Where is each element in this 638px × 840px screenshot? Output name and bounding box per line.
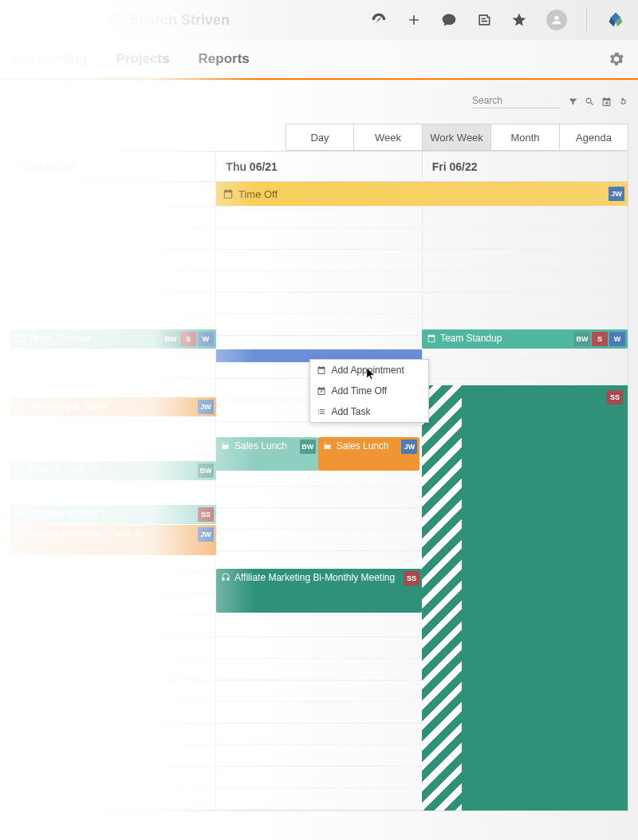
view-work-week[interactable]: Work Week (423, 124, 491, 151)
avatar[interactable] (546, 10, 567, 30)
event-sales-lunch-2[interactable]: Sales Lunch JW (318, 437, 420, 471)
allday-event-timeoff[interactable]: Time Off JW (216, 182, 628, 206)
nav-projects[interactable]: Projects (116, 51, 170, 67)
event-sales-lunch-1[interactable]: Sales Lunch BW (216, 437, 318, 471)
badge-ss: SS (404, 571, 419, 586)
calendar-body[interactable]: Time Off JW Team Standup BWSW Team Stand… (10, 181, 628, 811)
badge-bw: BW (163, 332, 179, 346)
event-block-fri[interactable]: SS (462, 385, 628, 811)
badge-ss: SS (607, 390, 623, 404)
search-icon (108, 13, 123, 27)
topbar: Search Striven (0, 0, 638, 40)
view-tabs: Day Week Work Week Month Agenda (0, 124, 638, 151)
event-clip (10, 377, 10, 400)
calendar-icon (323, 441, 333, 451)
col-header-thu: Thu 06/21 (216, 152, 422, 181)
ctx-label: Add Time Off (331, 385, 387, 396)
cursor-icon (365, 367, 376, 381)
event-brian-joan[interactable]: Brian & Joan 1-1 BW (10, 461, 216, 480)
search-placeholder-text: Search Striven (129, 12, 230, 29)
plus-icon[interactable] (406, 12, 422, 28)
event-stephen-joan[interactable]: Stephen & Joan 1-1 SS (10, 505, 216, 524)
nav-row: Accounting Projects Reports (0, 40, 638, 80)
filter-icon[interactable] (568, 97, 578, 107)
headset-icon (15, 529, 25, 538)
allday-label: Time Off (238, 188, 278, 200)
calendar-toolbar: Search (0, 80, 638, 124)
event-team-standup-fri[interactable]: Team Standup BWSW (422, 329, 628, 349)
chat-icon[interactable] (441, 12, 457, 28)
nav-reports[interactable]: Reports (199, 51, 250, 67)
global-search[interactable]: Search Striven (108, 12, 316, 29)
event-sales-leadership[interactable]: Sales Leadership Check-in JW (10, 525, 216, 555)
brand-logo[interactable] (606, 10, 625, 30)
top-icons (371, 9, 625, 31)
calendar-icon (317, 365, 326, 375)
badge-s: S (592, 332, 608, 346)
event-label: Sales Leadership Check-in (29, 528, 211, 539)
calendar-icon (427, 333, 436, 343)
badge-jw: JW (198, 400, 214, 414)
refresh-icon[interactable] (618, 97, 628, 107)
star-icon[interactable] (511, 12, 527, 28)
nav-accounting[interactable]: Accounting (13, 51, 88, 67)
calendar-header: Wed 06/20 Thu 06/21 Fri 06/22 (10, 151, 628, 181)
event-label: Brian & Joan 1-1 (29, 464, 211, 475)
badge-jw: JW (198, 527, 214, 542)
busy-indicator (422, 385, 462, 811)
badge-bw: BW (574, 332, 590, 346)
view-agenda[interactable]: Agenda (560, 124, 628, 151)
news-icon[interactable] (476, 12, 492, 28)
gear-icon[interactable] (608, 50, 625, 68)
divider (586, 9, 587, 31)
badge-bw: BW (198, 463, 214, 478)
view-month[interactable]: Month (491, 124, 560, 151)
event-marketing-sales[interactable]: Marketing & Sales JW (10, 397, 216, 416)
badge-jw: JW (608, 187, 624, 201)
search-small-icon[interactable] (585, 97, 595, 107)
calendar-search[interactable]: Search (472, 95, 560, 108)
list-icon (317, 407, 326, 416)
headset-icon (221, 573, 230, 582)
calendar-icon (15, 401, 25, 411)
badge-w: W (198, 332, 214, 346)
view-week[interactable]: Week (354, 124, 423, 151)
calendar-icon (223, 188, 234, 199)
view-day[interactable]: Day (286, 124, 354, 151)
calendar-add-icon[interactable] (601, 97, 612, 107)
badge-s: S (180, 332, 196, 346)
ctx-add-timeoff[interactable]: Add Time Off (310, 381, 428, 401)
badge-jw: JW (401, 440, 417, 454)
calendar-x-icon (317, 386, 326, 396)
col-header-wed: Wed 06/20 (10, 152, 216, 181)
send-icon (15, 509, 25, 519)
badge-ss: SS (198, 507, 214, 522)
ctx-label: Add Task (331, 406, 370, 417)
dashboard-icon[interactable] (371, 12, 387, 28)
event-affiliate[interactable]: Affiliate Marketing Bi-Monthly Meeting S… (216, 569, 422, 613)
badge-bw: BW (300, 440, 316, 454)
calendar-icon (221, 441, 230, 451)
calendar-icon (15, 333, 25, 343)
event-label: Stephen & Joan 1-1 (29, 508, 211, 519)
col-header-fri: Fri 06/22 (423, 152, 628, 181)
event-team-standup-wed[interactable]: Team Standup BWSW (10, 329, 216, 349)
event-label: Marketing & Sales (29, 400, 211, 412)
event-label: Affiliate Marketing Bi-Monthly Meeting (234, 572, 417, 583)
badge-w: W (609, 332, 625, 346)
ctx-add-task[interactable]: Add Task (310, 401, 428, 422)
send-icon (15, 465, 25, 475)
